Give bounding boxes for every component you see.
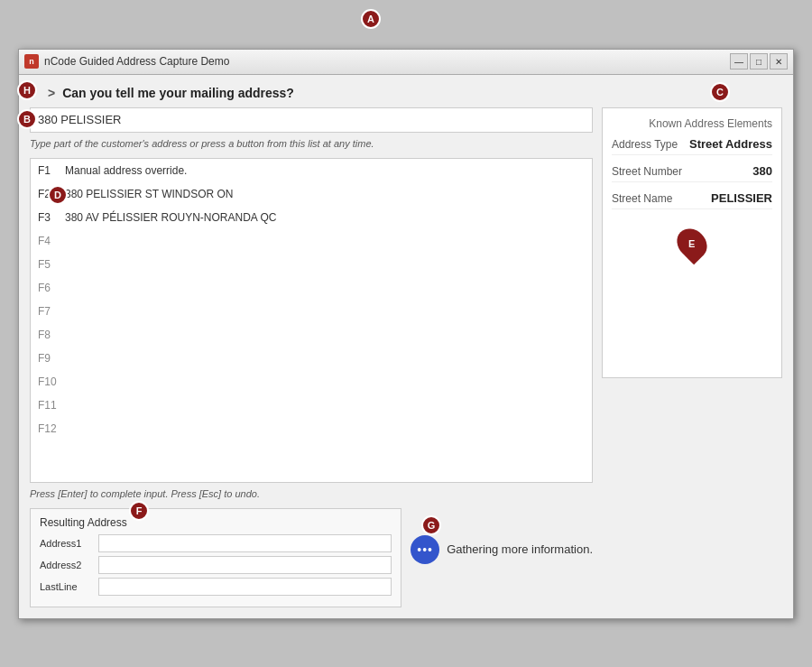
right-panel: C Known Address Elements Address Type St… [602,107,782,607]
fn-key-label: F9 [38,352,65,365]
left-panel: B Type part of the customer's address or… [30,107,593,607]
known-elements-panel: Known Address Elements Address Type Stre… [602,107,782,378]
address-input[interactable] [30,107,593,133]
address2-input[interactable] [98,556,392,574]
function-key-item: F12 [31,417,592,440]
address1-row: Address1 [40,534,392,552]
function-key-item: F6 [31,276,592,300]
function-key-item: F7 [31,300,592,323]
fn-label-text: 380 PELISSIER ST WINDSOR ON [65,188,234,200]
address1-label: Address1 [40,538,98,549]
street-number-value: 380 [752,164,772,178]
lastline-label: LastLine [40,581,98,592]
annotation-d: D [48,185,68,205]
address-type-value: Street Address [689,137,772,151]
street-name-value: PELISSIER [711,191,772,205]
prompt-row: > Can you tell me your mailing address? [30,86,782,100]
address1-input[interactable] [98,534,392,552]
window-body: H > Can you tell me your mailing address… [19,75,793,618]
annotation-g: G [421,515,441,535]
function-key-item: F9 [31,347,592,370]
fn-key-label: F12 [38,422,65,435]
street-name-key: Street Name [612,192,672,205]
function-key-item[interactable]: F1Manual address override. [31,159,592,182]
prompt-text: Can you tell me your mailing address? [62,86,294,100]
resulting-address: Resulting Address Address1 Address2 Last… [30,508,401,607]
annotation-b: B [17,109,37,129]
fn-key-label: F4 [38,235,65,247]
address-input-section [30,107,593,133]
function-list: F1Manual address override.F2380 PELISSIE… [30,158,593,483]
gathering-text: Gathering more information. [447,542,593,556]
annotation-e-drop: E [671,222,714,264]
app-icon: n [24,54,39,69]
address2-row: Address2 [40,556,392,574]
fn-key-label: F10 [38,375,65,388]
annotation-h: H [17,80,37,100]
fn-label-text: 380 AV PÉLISSIER ROUYN-NORANDA QC [65,211,277,224]
function-key-item[interactable]: F3380 AV PÉLISSIER ROUYN-NORANDA QC [31,206,592,229]
known-address-type-row: Address Type Street Address [612,137,772,155]
function-key-item[interactable]: F2380 PELISSIER ST WINDSOR ON [31,182,592,206]
known-street-name-row: Street Name PELISSIER [612,191,772,209]
fn-key-label: F7 [38,305,65,318]
resulting-title: Resulting Address [40,516,392,529]
content-area: B Type part of the customer's address or… [30,107,782,607]
function-key-item: F11 [31,394,592,417]
prompt-arrow: > [48,86,55,100]
address-type-key: Address Type [612,138,678,151]
press-hint: Press [Enter] to complete input. Press [… [30,488,593,499]
annotation-a: A [361,9,381,29]
function-key-item: F5 [31,253,592,276]
main-window: n nCode Guided Address Capture Demo A — … [18,49,794,619]
lastline-input[interactable] [98,578,392,596]
window-controls: — □ ✕ [730,53,788,69]
fn-key-label: F3 [38,211,65,224]
address2-label: Address2 [40,560,98,570]
fn-key-label: F11 [38,399,65,412]
known-elements-title: Known Address Elements [612,117,772,130]
fn-key-label: F1 [38,164,65,177]
fn-key-label: F5 [38,258,65,271]
window-title: nCode Guided Address Capture Demo [44,55,229,68]
title-bar: n nCode Guided Address Capture Demo A — … [19,50,793,75]
fn-key-label: F8 [38,329,65,341]
street-number-key: Street Number [612,165,682,178]
close-button[interactable]: ✕ [770,53,788,69]
known-street-number-row: Street Number 380 [612,164,772,182]
annotation-c: C [710,82,730,102]
fn-key-label: F6 [38,282,65,294]
minimize-button[interactable]: — [730,53,748,69]
title-bar-left: n nCode Guided Address Capture Demo [24,54,229,69]
gathering-indicator: ••• [411,535,439,564]
function-key-item: F8 [31,323,592,347]
function-key-item: F10 [31,370,592,394]
restore-button[interactable]: □ [750,53,768,69]
lastline-row: LastLine [40,578,392,596]
hint-text: Type part of the customer's address or p… [30,136,593,151]
fn-label-text: Manual address override. [65,164,187,177]
function-key-item: F4 [31,229,592,253]
annotation-f: F [129,501,149,521]
